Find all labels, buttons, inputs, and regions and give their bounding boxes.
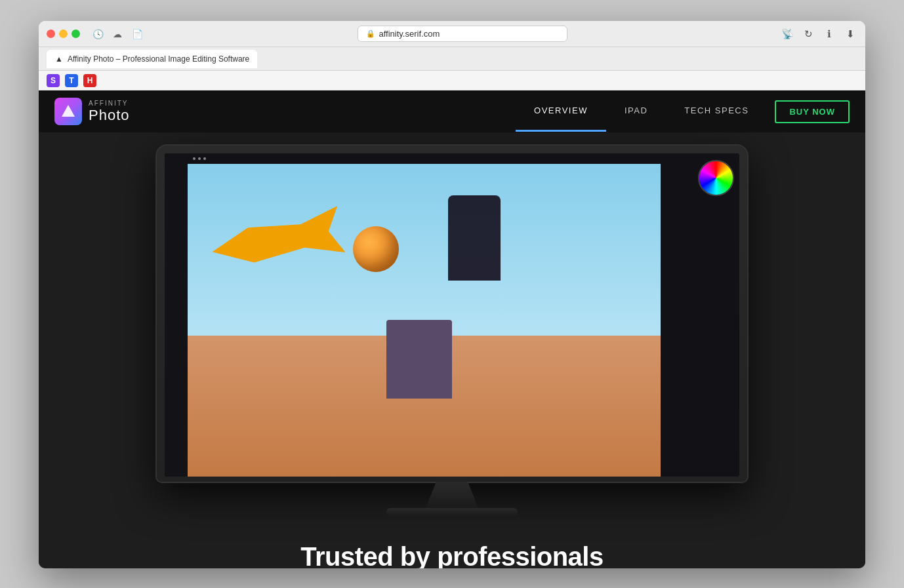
logo-text: AFFINITY Photo bbox=[89, 100, 130, 124]
url-text: affinity.serif.com bbox=[379, 29, 440, 39]
logo-photo-label: Photo bbox=[89, 107, 130, 124]
svg-marker-0 bbox=[62, 105, 75, 117]
menu-dot-3 bbox=[203, 157, 206, 160]
refresh-icon[interactable]: ↻ bbox=[801, 27, 815, 41]
bookmark-t-icon[interactable]: T bbox=[65, 74, 78, 87]
monitor-mockup bbox=[157, 146, 747, 516]
address-bar-container: 🔒 affinity.serif.com bbox=[150, 26, 775, 42]
tab-favicon-icon: ▲ bbox=[54, 54, 64, 64]
monitor-container bbox=[39, 146, 865, 516]
buy-now-button[interactable]: BUY NOW bbox=[775, 100, 850, 123]
screen-toolbar-left bbox=[165, 153, 188, 477]
site-logo: AFFINITY Photo bbox=[54, 98, 130, 125]
site-nav-links: OVERVIEW IPAD TECH SPECS BUY NOW bbox=[516, 91, 850, 132]
lock-icon: 🔒 bbox=[366, 29, 375, 38]
tab-bar: ▲ Affinity Photo – Professional Image Ed… bbox=[39, 47, 865, 71]
page-icon[interactable]: 📄 bbox=[130, 27, 144, 41]
bookmark-s-icon[interactable]: S bbox=[47, 74, 60, 87]
history-icon[interactable]: 🕓 bbox=[91, 27, 105, 41]
logo-affinity-label: AFFINITY bbox=[89, 100, 130, 107]
artwork-scene bbox=[188, 164, 661, 477]
cast-icon[interactable]: 📡 bbox=[780, 27, 794, 41]
tab-title: Affinity Photo – Professional Image Edit… bbox=[68, 54, 249, 64]
right-toolbar: 📡 ↻ ℹ ⬇ bbox=[780, 27, 857, 41]
nav-ipad[interactable]: IPAD bbox=[606, 91, 666, 132]
address-bar[interactable]: 🔒 affinity.serif.com bbox=[358, 26, 567, 42]
color-wheel bbox=[698, 160, 734, 196]
screen-panel-right bbox=[661, 153, 739, 477]
close-button[interactable] bbox=[47, 29, 55, 38]
affinity-logo-icon bbox=[54, 98, 82, 125]
dark-figure-artwork bbox=[448, 195, 501, 281]
monitor-base bbox=[386, 508, 518, 516]
nav-tech-specs[interactable]: TECH SPECS bbox=[666, 91, 767, 132]
title-bar: 🕓 ☁ 📄 🔒 affinity.serif.com 📡 ↻ ℹ ⬇ bbox=[39, 21, 865, 47]
monitor-stand bbox=[426, 482, 478, 508]
menu-dot-1 bbox=[193, 157, 195, 160]
nav-overview[interactable]: OVERVIEW bbox=[516, 91, 606, 132]
bookmark-bar: S T H bbox=[39, 71, 865, 90]
website-content: AFFINITY Photo OVERVIEW IPAD TECH SPECS … bbox=[39, 90, 865, 568]
clock-tower-artwork bbox=[386, 320, 452, 399]
monitor-body bbox=[157, 146, 747, 482]
toolbar-icons: 🕓 ☁ 📄 bbox=[91, 27, 144, 41]
info-icon[interactable]: ℹ bbox=[822, 27, 836, 41]
download-icon[interactable]: ⬇ bbox=[843, 27, 857, 41]
maximize-button[interactable] bbox=[72, 29, 80, 38]
hero-title: Trusted by professionals bbox=[216, 542, 688, 568]
bookmark-h-icon[interactable]: H bbox=[83, 74, 96, 87]
screen-menu-bar bbox=[188, 153, 661, 164]
browser-window: 🕓 ☁ 📄 🔒 affinity.serif.com 📡 ↻ ℹ ⬇ ▲ Aff… bbox=[39, 21, 865, 568]
menu-dot-2 bbox=[198, 157, 201, 160]
hero-text-section: Trusted by professionals Affinity Photo … bbox=[176, 542, 728, 568]
minimize-button[interactable] bbox=[59, 29, 68, 38]
hero-section: Trusted by professionals Affinity Photo … bbox=[39, 132, 865, 568]
cloud-icon[interactable]: ☁ bbox=[110, 27, 125, 41]
active-tab[interactable]: ▲ Affinity Photo – Professional Image Ed… bbox=[47, 50, 257, 68]
monitor-screen bbox=[165, 153, 739, 477]
traffic-lights bbox=[47, 29, 80, 38]
site-navigation: AFFINITY Photo OVERVIEW IPAD TECH SPECS … bbox=[39, 90, 865, 132]
